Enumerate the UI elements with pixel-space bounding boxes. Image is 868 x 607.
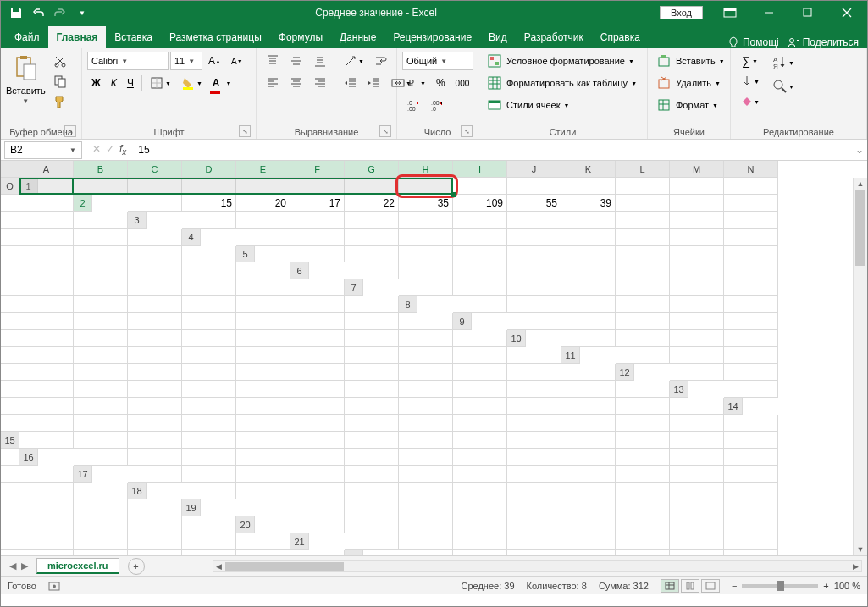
cell-J12[interactable] <box>345 381 399 398</box>
cell-M2[interactable] <box>1 212 19 229</box>
cell-M6[interactable] <box>182 279 236 296</box>
cell-A9[interactable] <box>507 313 561 330</box>
insert-function-button[interactable]: fx <box>119 143 126 157</box>
cell-I20[interactable] <box>724 516 778 533</box>
cell-J11[interactable] <box>290 364 345 381</box>
cell-I9[interactable] <box>128 330 182 347</box>
cell-L6[interactable] <box>128 279 182 296</box>
cell-B22[interactable] <box>453 550 507 555</box>
cell-I15[interactable] <box>453 432 507 449</box>
cell-A6[interactable] <box>345 262 399 279</box>
cell-H11[interactable] <box>182 364 236 381</box>
number-format-combo[interactable]: Общий▼ <box>402 52 473 70</box>
zoom-slider-knob[interactable] <box>777 581 784 591</box>
cell-K21[interactable] <box>74 550 128 555</box>
cell-H15[interactable] <box>399 432 453 449</box>
comma-format-button[interactable]: 000 <box>451 76 474 91</box>
cell-A1[interactable] <box>74 178 128 195</box>
cell-I7[interactable] <box>19 296 74 313</box>
cell-A21[interactable] <box>345 533 399 550</box>
clear-button[interactable]: ▼ <box>736 92 764 111</box>
cell-A4[interactable] <box>236 229 290 246</box>
cell-F6[interactable] <box>616 262 670 279</box>
cell-I21[interactable] <box>1 550 19 555</box>
cell-N21[interactable] <box>236 550 290 555</box>
cell-N17[interactable] <box>19 483 74 499</box>
cell-D2[interactable]: 17 <box>290 195 345 212</box>
cell-O8[interactable] <box>399 313 453 330</box>
cell-J3[interactable] <box>670 212 724 229</box>
cell-G11[interactable] <box>128 364 182 381</box>
cell-B12[interactable] <box>724 364 778 381</box>
cell-I3[interactable] <box>616 212 670 229</box>
cell-N19[interactable] <box>128 516 182 533</box>
fill-handle[interactable] <box>451 192 456 197</box>
cell-D6[interactable] <box>507 262 561 279</box>
cell-N11[interactable] <box>507 364 561 381</box>
cell-G4[interactable] <box>561 229 616 246</box>
row-header-18[interactable]: 18 <box>128 483 147 499</box>
cell-O6[interactable] <box>290 279 345 296</box>
col-header-C[interactable]: C <box>128 161 182 178</box>
cell-M13[interactable] <box>561 398 616 415</box>
cell-B19[interactable] <box>290 499 345 516</box>
tab-insert[interactable]: Вставка <box>106 26 161 48</box>
cell-K15[interactable] <box>561 432 616 449</box>
cell-F14[interactable] <box>236 415 290 432</box>
cell-C18[interactable] <box>290 483 345 499</box>
cell-styles-button[interactable]: Стили ячеек▼ <box>484 96 573 114</box>
cell-G19[interactable] <box>561 499 616 516</box>
tab-data[interactable]: Данные <box>331 26 384 48</box>
cell-B3[interactable] <box>236 212 290 229</box>
cell-O14[interactable] <box>724 415 778 432</box>
cell-L18[interactable] <box>1 499 19 516</box>
cell-O5[interactable] <box>236 262 290 279</box>
cell-L1[interactable] <box>670 178 724 195</box>
cell-D3[interactable] <box>345 212 399 229</box>
cell-C10[interactable] <box>670 330 724 347</box>
cell-J17[interactable] <box>616 466 670 483</box>
col-header-D[interactable]: D <box>182 161 236 178</box>
cell-F22[interactable] <box>670 550 724 555</box>
cell-F18[interactable] <box>453 483 507 499</box>
cell-F16[interactable] <box>345 449 399 466</box>
align-bottom-button[interactable] <box>309 52 331 70</box>
cell-E13[interactable] <box>128 398 182 415</box>
cell-J19[interactable] <box>724 499 778 516</box>
cell-L9[interactable] <box>290 330 345 347</box>
cell-K10[interactable] <box>290 347 345 364</box>
cell-G17[interactable] <box>453 466 507 483</box>
cell-D18[interactable] <box>345 483 399 499</box>
cell-C19[interactable] <box>345 499 399 516</box>
cell-E15[interactable] <box>236 432 290 449</box>
row-header-9[interactable]: 9 <box>453 313 472 330</box>
cell-A14[interactable] <box>1 415 19 432</box>
cell-N18[interactable] <box>74 499 128 516</box>
cell-B2[interactable]: 15 <box>182 195 236 212</box>
cell-B14[interactable] <box>19 415 74 432</box>
orientation-button[interactable]: ▼ <box>340 52 368 70</box>
cell-L2[interactable] <box>724 195 778 212</box>
cell-D13[interactable] <box>74 398 128 415</box>
number-launcher[interactable]: ⤡ <box>461 125 473 137</box>
name-box[interactable]: B2▼ <box>4 141 82 159</box>
cell-C16[interactable] <box>182 449 236 466</box>
cell-L5[interactable] <box>74 262 128 279</box>
align-right-button[interactable] <box>309 74 331 92</box>
align-left-button[interactable] <box>262 74 284 92</box>
tab-file[interactable]: Файл <box>6 26 48 48</box>
cell-I8[interactable] <box>74 313 128 330</box>
new-sheet-button[interactable]: + <box>128 558 145 575</box>
cell-E9[interactable] <box>724 313 778 330</box>
row-header-19[interactable]: 19 <box>182 499 201 516</box>
cell-J13[interactable] <box>399 398 453 415</box>
cell-M19[interactable] <box>74 516 128 533</box>
cell-D4[interactable] <box>399 229 453 246</box>
cell-H8[interactable] <box>19 313 74 330</box>
cell-F3[interactable] <box>453 212 507 229</box>
font-color-button[interactable]: А▼ <box>208 74 236 92</box>
cell-D16[interactable] <box>236 449 290 466</box>
cell-H20[interactable] <box>670 516 724 533</box>
cell-D9[interactable] <box>670 313 724 330</box>
format-as-table-button[interactable]: Форматировать как таблицу▼ <box>484 74 641 92</box>
